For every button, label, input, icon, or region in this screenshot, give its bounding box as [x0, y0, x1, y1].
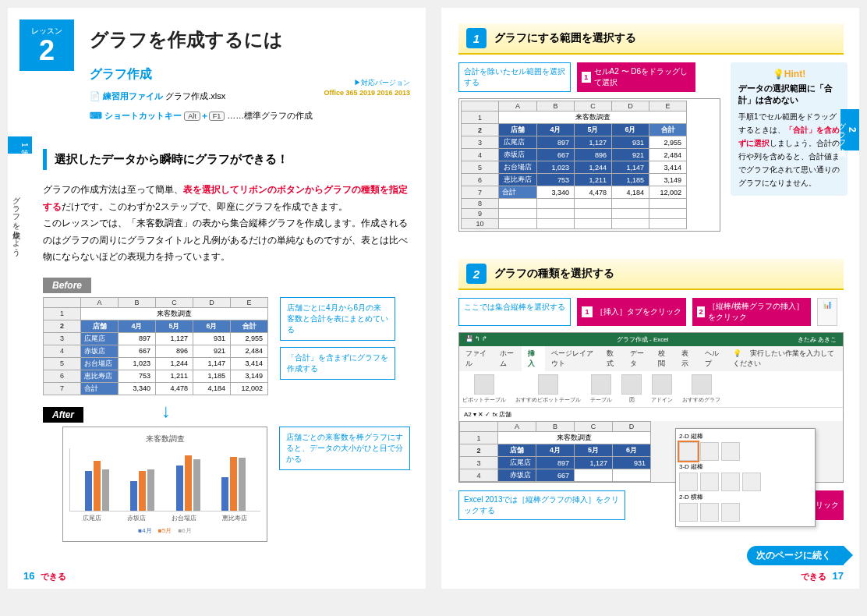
pick-2d-hbar: 2-D 横棒 — [679, 493, 812, 501]
clustered-column-thumb[interactable] — [679, 442, 698, 461]
before-table: ABCDE 1来客数調査 2店舗4月5月6月合計 3広尾店8971,127931… — [43, 297, 268, 395]
before-table-wrap: ABCDE 1来客数調査 2店舗4月5月6月合計 3広尾店8971,127931… — [43, 297, 268, 395]
step1-action-1: 1セルA2 〜 D6をドラッグして選択 — [577, 62, 695, 92]
key-alt: Alt — [184, 112, 200, 121]
version-label: ▶対応バージョン — [324, 78, 410, 88]
keyboard-icon: ⌨ — [90, 111, 102, 120]
step1-instruction: 合計を除いたセル範囲を選択する — [458, 62, 571, 92]
file-name: グラフ作成.xlsx — [165, 91, 225, 101]
ribbon-user: きたみ あきこ — [798, 335, 837, 344]
ribbon-search[interactable]: 実行したい作業を入力してください — [733, 347, 834, 370]
key-f1: F1 — [209, 112, 225, 121]
step-1-title: グラフにする範囲を選択する — [494, 31, 636, 45]
tab-review[interactable]: 校閲 — [652, 346, 675, 371]
ribbon-tabs[interactable]: ファイル ホーム 挿入 ページレイアウト 数式 データ 校閲 表示 ヘルプ 💡 … — [459, 346, 843, 371]
x-1: 赤坂店 — [127, 514, 146, 522]
hint-body: 手順1でセル範囲をドラッグするときは、「合計」を含めずに選択しましょう。合計の行… — [738, 110, 840, 189]
chapter-tab: 第1章 — [8, 136, 32, 154]
page-number-right: できる 17 — [801, 570, 844, 582]
tab-data[interactable]: データ — [624, 346, 653, 371]
hint-icon: 💡Hint! — [738, 69, 840, 80]
file-icon: 📄 — [90, 91, 101, 101]
step-2-header: 2 グラフの種類を選択する — [458, 259, 844, 290]
lesson-number: 2 — [19, 37, 74, 65]
x-2: お台場店 — [172, 514, 196, 522]
after-chart: 来客数調査 広尾店 赤坂店 お台場店 恵比寿店 ■4月 ■5月 ■6月 — [62, 427, 267, 542]
after-badge: After — [43, 407, 83, 423]
grp-pivot[interactable]: ピボットテーブル — [462, 374, 506, 404]
lesson-badge: レッスン 2 — [19, 19, 74, 71]
file-label: 練習用ファイル — [103, 91, 163, 101]
step-2-number: 2 — [466, 264, 487, 284]
table-title: 来客数調査 — [81, 307, 268, 320]
tab-layout[interactable]: ページレイアウト — [545, 346, 600, 371]
hint-title: データの選択範囲に「合計」は含めない — [738, 83, 840, 107]
grp-rec-chart[interactable]: おすすめグラフ — [682, 374, 720, 404]
page-right: 1 グラフにする範囲を選択する 合計を除いたセル範囲を選択する 1セルA2 〜 … — [441, 8, 859, 589]
shortcut-desc: ……標準グラフの作成 — [227, 111, 313, 120]
chart-title: 来客数調査 — [69, 434, 260, 444]
pick-2d-bar: 2-D 縦棒 — [679, 432, 812, 441]
step-2-title: グラフの種類を選択する — [494, 267, 614, 281]
step2-instruction: ここでは集合縦棒を選択する — [458, 298, 571, 326]
shortcut-line: ⌨ ショートカットキー Alt＋F1 ……標準グラフの作成 — [90, 110, 410, 122]
grp-addins[interactable]: アドイン — [651, 374, 673, 404]
chart-legend: ■4月 ■5月 ■6月 — [69, 526, 260, 535]
body1c: だけです。このわずか2ステップで、即座にグラフを作成できます。 — [62, 201, 348, 212]
tab-file[interactable]: ファイル — [459, 346, 494, 371]
step2-action-2: 2［縦棒/横棒グラフの挿入］をクリック — [692, 298, 811, 326]
section-heading: 選択したデータから瞬時にグラフができる！ — [43, 149, 410, 170]
chart-bars — [69, 448, 260, 512]
chart-type-popup[interactable]: 2-D 縦棒 3-D 縦棒 2-D 横棒 — [675, 428, 816, 527]
tab-formula[interactable]: 数式 — [600, 346, 624, 371]
step2-note: Excel 2013では［縦棒グラフの挿入］をクリックする — [458, 490, 625, 520]
grp-table[interactable]: テーブル — [590, 374, 612, 404]
body1a: グラフの作成方法は至って簡単、 — [43, 184, 183, 195]
next-page-arrow: 次のページに続く — [747, 546, 844, 565]
step-1-number: 1 — [466, 28, 487, 48]
page-left: レッスン 2 グラフを作成するには グラフ作成 ▶対応バージョン Office … — [8, 8, 426, 589]
body-paragraph-2: このレッスンでは、「来客数調査」の表から集合縦棒グラフを作成します。作成されるの… — [43, 215, 410, 266]
chart-button-icon[interactable]: 📊 — [817, 298, 837, 326]
excel-screenshot-1: ABCDE 1来客数調査 2店舗4月5月6月合計 3広尾店8971,127931… — [458, 98, 720, 232]
chapter-side-label: グラフを作成しよう — [10, 191, 21, 251]
before-badge: Before — [43, 278, 91, 293]
version-box: ▶対応バージョン Office 365 2019 2016 2013 — [324, 78, 410, 97]
step2-action-1: 1［挿入］タブをクリック — [577, 298, 686, 326]
x-3: 恵比寿店 — [222, 514, 247, 522]
arrow-down-icon: ↓ — [161, 400, 171, 422]
shortcut-label: ショートカットキー — [104, 111, 182, 120]
ribbon-title: グラフ作成 - Excel — [617, 335, 669, 344]
tab-help[interactable]: ヘルプ — [699, 346, 727, 371]
callout-1: 店舗ごとに4月から6月の来客数と合計を表にまとめている — [280, 297, 395, 341]
version-list: Office 365 2019 2016 2013 — [324, 88, 410, 98]
side-tab-right: 2グラフ作成 — [840, 109, 859, 150]
tab-insert[interactable]: 挿入 — [522, 346, 545, 371]
page-number-left: 16 できる — [23, 570, 66, 582]
callout-3: 店舗ごとの来客数を棒グラフにすると、データの大小がひと目で分かる — [279, 427, 410, 470]
callout-2: 「合計」を含まずにグラフを作成する — [280, 347, 395, 380]
grp-recommend-pivot[interactable]: おすすめピボットテーブル — [515, 374, 581, 404]
page-title: グラフを作成するには — [90, 19, 410, 52]
tab-home[interactable]: ホーム — [494, 346, 522, 371]
step-1-header: 1 グラフにする範囲を選択する — [458, 23, 844, 55]
x-0: 広尾店 — [83, 514, 101, 522]
hint-box: 💡Hint! データの選択範囲に「合計」は含めない 手順1でセル範囲をドラッグす… — [731, 62, 848, 196]
tab-view[interactable]: 表示 — [675, 346, 699, 371]
body-paragraph-1: グラフの作成方法は至って簡単、表を選択してリボンのボタンからグラフの種類を指定す… — [43, 182, 410, 215]
pick-3d-bar: 3-D 縦棒 — [679, 462, 812, 471]
grp-illustrations[interactable]: 図 — [621, 374, 642, 404]
